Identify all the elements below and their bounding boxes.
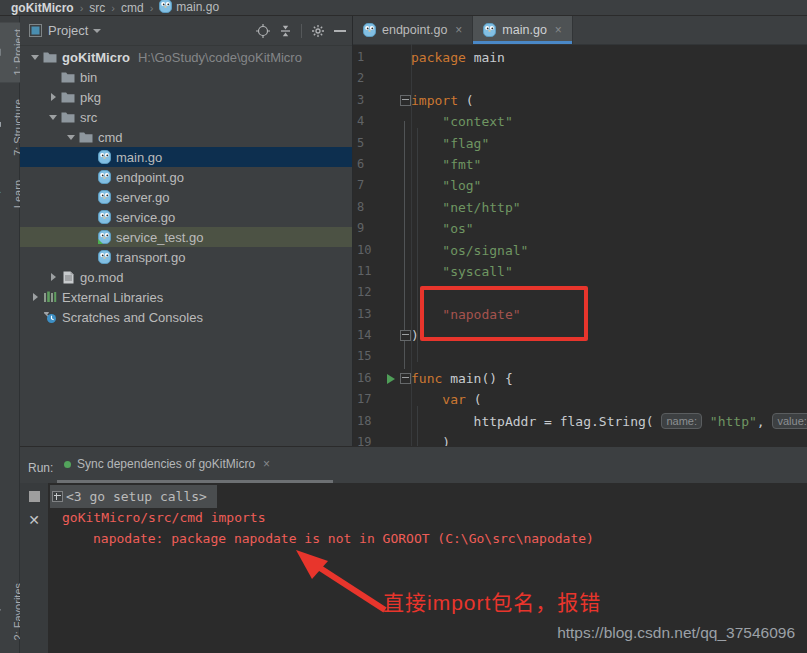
console-error-text: napodate: package napodate is not in GOR… xyxy=(93,528,594,549)
console-error-text: goKitMicro/src/cmd imports xyxy=(62,507,266,528)
tree-item-go.mod[interactable]: go.mod xyxy=(20,267,352,287)
gopher-icon xyxy=(96,210,112,224)
code-line-3[interactable]: 3import ( xyxy=(353,90,807,111)
editor-tab-main.go[interactable]: main.go× xyxy=(473,16,573,44)
console-selected-line[interactable]: <3 go setup calls> xyxy=(50,485,217,508)
console-line[interactable]: <3 go setup calls> xyxy=(48,486,807,507)
code-line-2[interactable]: 2 xyxy=(353,68,807,89)
project-tree: goKitMicroH:\GoStudy\code\goKitMicrobinp… xyxy=(20,47,352,452)
line-number: 15 xyxy=(353,346,383,367)
collapse-all-icon[interactable] xyxy=(279,24,292,38)
tree-item-endpoint.go[interactable]: endpoint.go xyxy=(20,167,352,187)
tree-item-label: bin xyxy=(80,70,97,85)
code-text: "context" xyxy=(411,111,513,132)
breadcrumb-item[interactable]: main.go xyxy=(159,0,219,16)
tree-item-label: service.go xyxy=(116,210,175,225)
run-tool-window: Run: Sync dependencies of goKitMicro × ✕… xyxy=(20,446,807,653)
console-line: napodate: package napodate is not in GOR… xyxy=(48,528,807,549)
tree-item-label: main.go xyxy=(116,150,162,165)
tree-item-service_test.go[interactable]: service_test.go xyxy=(20,227,352,247)
chevron-down-icon[interactable] xyxy=(93,29,101,33)
code-line-1[interactable]: 1package main xyxy=(353,47,807,68)
line-number: 11 xyxy=(353,261,383,282)
folder-icon xyxy=(60,112,76,123)
tree-item-main.go[interactable]: main.go xyxy=(20,147,352,167)
tree-item-external-libraries[interactable]: External Libraries xyxy=(20,287,352,307)
tree-item-gokitmicro[interactable]: goKitMicroH:\GoStudy\code\goKitMicro xyxy=(20,47,352,67)
code-text: "syscall" xyxy=(411,261,513,282)
code-line-19[interactable]: 19 ) xyxy=(353,432,807,446)
code-text: "os/signal" xyxy=(411,240,528,261)
code-area[interactable]: 1package main23import (4 "context"5 "fla… xyxy=(353,44,807,446)
run-label: Run: xyxy=(28,461,53,475)
close-icon[interactable]: × xyxy=(263,457,270,471)
expand-icon[interactable] xyxy=(52,491,63,502)
fold-icon[interactable] xyxy=(399,95,411,106)
fold-icon[interactable] xyxy=(399,373,411,384)
code-line-11[interactable]: 11 "syscall" xyxy=(353,261,807,282)
chevron-expanded-icon[interactable] xyxy=(46,115,60,120)
tree-item-label: goKitMicro xyxy=(62,50,130,65)
favorites-star-icon xyxy=(0,605,4,617)
tree-item-label: endpoint.go xyxy=(116,170,184,185)
line-number: 13 xyxy=(353,304,383,325)
structure-icon xyxy=(0,122,4,134)
breadcrumb-item[interactable]: src xyxy=(89,1,105,15)
code-line-6[interactable]: 6 "fmt" xyxy=(353,154,807,175)
code-line-17[interactable]: 17 var ( xyxy=(353,389,807,410)
tree-item-src[interactable]: src xyxy=(20,107,352,127)
editor-tab-endpoint.go[interactable]: endpoint.go× xyxy=(353,16,473,44)
tree-item-pkg[interactable]: pkg xyxy=(20,87,352,107)
tree-item-server.go[interactable]: server.go xyxy=(20,187,352,207)
tree-item-label: Scratches and Consoles xyxy=(62,310,203,325)
tree-item-label: server.go xyxy=(116,190,169,205)
project-panel-toolbar xyxy=(256,24,346,38)
tree-item-scratches-and-consoles[interactable]: Scratches and Consoles xyxy=(20,307,352,327)
parameter-hint: value: xyxy=(772,413,807,429)
locate-icon[interactable] xyxy=(256,24,270,38)
gopher-icon xyxy=(96,190,112,204)
code-line-8[interactable]: 8 "net/http" xyxy=(353,197,807,218)
tree-item-service.go[interactable]: service.go xyxy=(20,207,352,227)
close-icon[interactable]: ✕ xyxy=(28,514,40,526)
line-number: 3 xyxy=(353,90,383,111)
code-line-10[interactable]: 10 "os/signal" xyxy=(353,240,807,261)
folder-icon xyxy=(42,52,58,63)
line-number: 4 xyxy=(353,111,383,132)
code-text: "net/http" xyxy=(411,197,521,218)
tree-item-bin[interactable]: bin xyxy=(20,67,352,87)
settings-gear-icon[interactable] xyxy=(311,24,325,38)
code-line-4[interactable]: 4 "context" xyxy=(353,111,807,132)
fold-icon[interactable] xyxy=(399,330,411,341)
stop-icon[interactable] xyxy=(29,491,40,502)
ide-window: goKitMicro›src›cmd›main.go 1: Project7: … xyxy=(0,0,807,653)
breadcrumb-item[interactable]: cmd xyxy=(121,1,144,15)
chevron-expanded-icon[interactable] xyxy=(64,135,78,140)
tree-item-transport.go[interactable]: transport.go xyxy=(20,247,352,267)
close-icon[interactable]: × xyxy=(455,23,462,37)
code-line-5[interactable]: 5 "flag" xyxy=(353,133,807,154)
gopher-test-icon xyxy=(96,230,112,244)
annotation-callout: 直接import包名，报错 xyxy=(383,586,601,616)
project-panel-title[interactable]: Project xyxy=(48,23,88,38)
run-config-tab[interactable]: Sync dependencies of goKitMicro × xyxy=(64,457,270,471)
chevron-collapsed-icon[interactable] xyxy=(28,293,42,301)
indent-guide xyxy=(417,406,418,446)
chevron-expanded-icon[interactable] xyxy=(28,55,42,60)
tool-window-stripe: 1: Project7: StructureLearn2: Favorites xyxy=(0,16,20,653)
breadcrumb-item[interactable]: goKitMicro xyxy=(11,1,74,15)
run-main-icon[interactable] xyxy=(383,374,399,384)
hide-panel-icon[interactable] xyxy=(334,29,346,33)
line-number: 5 xyxy=(353,133,383,154)
chevron-collapsed-icon[interactable] xyxy=(46,93,60,101)
code-line-9[interactable]: 9 "os" xyxy=(353,218,807,239)
code-line-7[interactable]: 7 "log" xyxy=(353,175,807,196)
code-line-16[interactable]: 16func main() { xyxy=(353,368,807,389)
run-tab-label: Sync dependencies of goKitMicro xyxy=(77,457,255,471)
close-icon[interactable]: × xyxy=(555,23,562,37)
code-line-15[interactable]: 15 xyxy=(353,346,807,367)
libraries-icon xyxy=(42,291,58,303)
chevron-collapsed-icon[interactable] xyxy=(46,273,60,281)
tree-item-cmd[interactable]: cmd xyxy=(20,127,352,147)
code-line-18[interactable]: 18 httpAddr = flag.String( name: "http",… xyxy=(353,411,807,432)
